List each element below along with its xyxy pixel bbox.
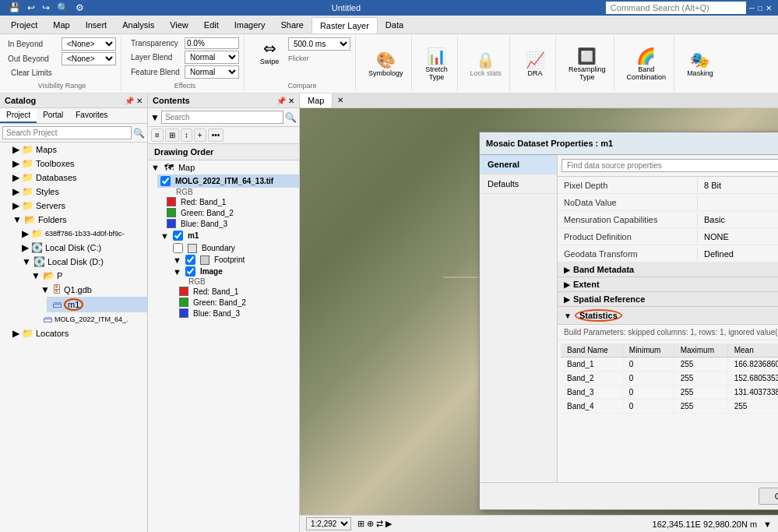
tab-imagery[interactable]: Imagery [227, 17, 273, 33]
close-btn[interactable]: ✕ [766, 4, 772, 12]
map-tab-close-icon[interactable]: ✕ [333, 93, 348, 107]
footprint-checkbox[interactable] [185, 255, 195, 265]
tab-data[interactable]: Data [378, 17, 411, 33]
navigate-icon[interactable]: ▶ [385, 519, 392, 529]
scale-selector[interactable]: 1:2,292 [306, 517, 351, 530]
transparency-input[interactable] [185, 37, 239, 49]
catalog-item-local-d[interactable]: ▼ 💽 Local Disk (D:) [19, 255, 147, 269]
m1-checkbox[interactable] [173, 231, 183, 241]
catalog-item-toolboxes[interactable]: ▶ 📁 Toolboxes [9, 157, 147, 171]
image-checkbox[interactable] [185, 266, 195, 277]
resampling-button[interactable]: 🔲 Resampling Type [565, 37, 609, 90]
catalog-tab-project[interactable]: Project [0, 108, 37, 123]
stretch-button[interactable]: 📊 Stretch Type [421, 37, 452, 90]
mosaic-properties-dialog[interactable]: Mosaic Dataset Properties : m1 ─ □ ✕ Gen… [479, 132, 778, 510]
catalog-search-input[interactable] [2, 126, 132, 139]
catalog-item-p[interactable]: ▼ 📂 P [28, 269, 147, 283]
modal-nav-defaults[interactable]: Defaults [480, 174, 557, 194]
layer-map[interactable]: ▼ 🗺 Map [148, 160, 299, 174]
zoom-full-icon[interactable]: ⊕ [367, 519, 374, 529]
stretch-icon: 📊 [427, 47, 446, 65]
minimize-btn[interactable]: ─ [749, 4, 755, 12]
flicker-select[interactable]: 500.0 ms [288, 37, 350, 51]
molg-tif-checkbox[interactable] [160, 176, 171, 186]
masking-button[interactable]: 🎭 Masking [684, 37, 716, 90]
out-beyond-select[interactable]: <None> [62, 52, 116, 65]
feature-blend-select[interactable]: Normal [185, 65, 239, 79]
contents-search-icon[interactable]: 🔍 [285, 112, 297, 123]
modal-search-input[interactable] [561, 159, 778, 172]
catalog-search-icon[interactable]: 🔍 [133, 128, 145, 139]
sync-icon[interactable]: ⇄ [376, 519, 383, 529]
tab-project[interactable]: Project [3, 17, 45, 33]
command-search-input[interactable] [606, 2, 746, 14]
boundary-checkbox[interactable] [173, 243, 183, 253]
filter-layers-btn[interactable]: ⊞ [165, 129, 179, 142]
filter-icon[interactable]: ▼ [150, 112, 160, 123]
catalog-tab-favorites[interactable]: Favorites [69, 108, 114, 123]
m1-layer-row[interactable]: ▼ m1 [157, 229, 299, 242]
catalog-item-molg[interactable]: 🗃 MOLG_2022_ITM_64_. [37, 312, 147, 326]
undo-icon[interactable]: ↩ [25, 2, 37, 14]
map-tab[interactable]: Map [300, 93, 333, 107]
boundary-swatch [188, 244, 197, 253]
add-layer-btn[interactable]: + [194, 129, 206, 142]
boundary-row[interactable]: Boundary [170, 242, 299, 254]
section-statistics[interactable]: ▼ Statistics [558, 307, 778, 325]
clear-limits-button[interactable]: Clear Limits [8, 67, 55, 79]
catalog-item-m1[interactable]: 🗃 m1 [47, 297, 147, 312]
ok-button[interactable]: OK [759, 488, 778, 505]
tab-map[interactable]: Map [45, 17, 77, 33]
catalog-item-folders[interactable]: ▼ 📂 Folders [9, 213, 147, 227]
catalog-pin-icon[interactable]: 📌 [125, 97, 134, 105]
catalog-item-q1-gdb[interactable]: ▼ 🗄 Q1.gdb [37, 283, 147, 297]
m1-highlight: m1 [64, 298, 83, 311]
symbology-button[interactable]: 🎨 Symbology [365, 37, 407, 90]
zoom-in-icon[interactable]: 🔍 [55, 2, 71, 14]
list-view-btn[interactable]: ≡ [151, 129, 164, 142]
band-combination-button[interactable]: 🌈 Band Combination [624, 37, 670, 90]
effects-label: Effects [131, 80, 239, 90]
layer-blend-select[interactable]: Normal [185, 51, 239, 64]
section-spatial-reference[interactable]: ▶ Spatial Reference [558, 292, 778, 307]
more-options-btn[interactable]: ••• [208, 129, 224, 142]
tab-edit[interactable]: Edit [196, 17, 227, 33]
catalog-label-m1: m1 [68, 300, 79, 309]
catalog-item-local-c[interactable]: ▶ 💽 Local Disk (C:) [19, 241, 147, 255]
coord-unit-dropdown[interactable]: ▼ [763, 520, 772, 529]
tab-share[interactable]: Share [273, 17, 312, 33]
catalog-item-servers[interactable]: ▶ 📁 Servers [9, 199, 147, 213]
map-nav-icon[interactable]: ⊞ [357, 519, 364, 529]
contents-close-icon[interactable]: ✕ [288, 97, 294, 105]
molg-tif-row[interactable]: MOLG_2022_ITM_64_13.tif [157, 174, 299, 188]
catalog-close-icon[interactable]: ✕ [136, 97, 143, 105]
save-icon[interactable]: 💾 [6, 2, 23, 14]
tab-analysis[interactable]: Analysis [114, 17, 162, 33]
footprint-row[interactable]: ▼ Footprint [170, 254, 299, 266]
in-beyond-select[interactable]: <None> [62, 37, 116, 51]
catalog-tab-portal[interactable]: Portal [37, 108, 69, 123]
dra-button[interactable]: 📈 DRA [519, 37, 551, 90]
settings-icon[interactable]: ⚙ [73, 2, 86, 14]
redo-icon[interactable]: ↪ [40, 2, 52, 14]
tab-view[interactable]: View [162, 17, 196, 33]
contents-pin-icon[interactable]: 📌 [276, 97, 286, 105]
catalog-item-maps[interactable]: ▶ 📁 Maps [9, 143, 147, 157]
catalog-item-databases[interactable]: ▶ 📁 Databases [9, 171, 147, 185]
catalog-item-styles[interactable]: ▶ 📁 Styles [9, 185, 147, 199]
molg-tif-label: MOLG_2022_ITM_64_13.tif [175, 177, 273, 185]
modal-nav-general[interactable]: General [480, 155, 557, 174]
image-row[interactable]: ▼ Image [170, 266, 299, 277]
sort-btn[interactable]: ↕ [181, 129, 192, 142]
section-band-metadata[interactable]: ▶ Band Metadata [558, 262, 778, 277]
contents-search-input[interactable] [161, 111, 283, 124]
catalog-item-locators[interactable]: ▶ 📁 Locators [9, 326, 147, 340]
tab-raster-layer[interactable]: Raster Layer [312, 17, 378, 33]
prop-label-geodata: Geodata Transform [558, 247, 698, 261]
catalog-item-folder1[interactable]: ▶ 📁 638ff786-1b33-4d0f-bf9c- [19, 227, 147, 241]
section-extent[interactable]: ▶ Extent [558, 277, 778, 292]
lock-stats-button[interactable]: 🔒 Lock stats [467, 37, 505, 90]
maximize-btn[interactable]: □ [758, 4, 762, 12]
tab-insert[interactable]: Insert [78, 17, 115, 33]
swipe-button[interactable]: ⇔ Swipe [254, 37, 285, 67]
